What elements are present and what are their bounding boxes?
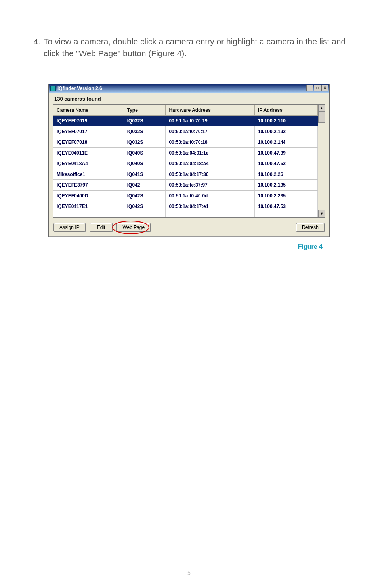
- cell-hw: 00:50:1a:f0:40:0d: [166, 190, 255, 201]
- cell-hw: 00:50:1a:fe:37:97: [166, 179, 255, 190]
- cell-hw: 00:50:1a:04:17:36: [166, 169, 255, 179]
- cell-type: IQ041S: [124, 169, 166, 179]
- button-row: Assign IP Edit Web Page Refresh: [49, 221, 329, 237]
- table-row[interactable]: IQEYE0418A4IQ040S00:50:1a:04:18:a410.100…: [53, 158, 318, 169]
- edit-button[interactable]: Edit: [90, 223, 113, 232]
- page-number: 5: [0, 570, 378, 576]
- cell-ip: 10.100.47.52: [254, 158, 318, 169]
- col-type[interactable]: Type: [124, 105, 166, 115]
- title-bar[interactable]: IQfinder Version 2.6 _ □ ×: [49, 84, 329, 93]
- cell-type: IQ042S: [124, 190, 166, 201]
- cell-ip: 10.100.47.53: [254, 201, 318, 212]
- cell-type: IQ032S: [124, 115, 166, 126]
- cell-ip: 10.100.2.235: [254, 190, 318, 201]
- cell-ip: [254, 212, 318, 217]
- cell-name: IQEYEF07018: [53, 137, 124, 147]
- cell-name: Mikesoffice1: [53, 169, 124, 179]
- camera-table[interactable]: Camera Name Type Hardware Address IP Add…: [53, 105, 318, 218]
- cell-hw: 00:50:1a:04:18:a4: [166, 158, 255, 169]
- cell-ip: 10.100.47.39: [254, 147, 318, 158]
- cell-hw: 00:50:1a:f0:70:19: [166, 115, 255, 126]
- cell-hw: 00:50:1a:04:17:e1: [166, 201, 255, 212]
- cell-name: IQEYE0417E1: [53, 201, 124, 212]
- vertical-scrollbar[interactable]: ▲ ▼: [318, 105, 325, 218]
- cell-hw: 00:50:1a:04:01:1e: [166, 147, 255, 158]
- cell-type: IQ032S: [124, 126, 166, 137]
- table-row[interactable]: IQEYEF07017IQ032S00:50:1a:f0:70:1710.100…: [53, 126, 318, 137]
- scroll-down-button[interactable]: ▼: [318, 210, 325, 217]
- cell-name: IQEYE0418A4: [53, 158, 124, 169]
- scroll-up-button[interactable]: ▲: [318, 105, 325, 112]
- table-row[interactable]: IQEYEFE3797IQ04200:50:1a:fe:37:9710.100.…: [53, 179, 318, 190]
- cell-type: IQ042S: [124, 201, 166, 212]
- cell-ip: 10.100.2.110: [254, 115, 318, 126]
- app-icon: [50, 86, 56, 91]
- table-row[interactable]: IQEYEF07019IQ032S00:50:1a:f0:70:1910.100…: [53, 115, 318, 126]
- cell-name: IQEYEF07019: [53, 115, 124, 126]
- refresh-button[interactable]: Refresh: [296, 223, 325, 232]
- table-row[interactable]: IQEYE04011EIQ040S00:50:1a:04:01:1e10.100…: [53, 147, 318, 158]
- cell-name: [53, 212, 124, 217]
- cell-type: IQ042: [124, 179, 166, 190]
- cell-ip: 10.100.2.135: [254, 179, 318, 190]
- table-row-partial: [53, 212, 318, 217]
- figure-caption: Figure 4: [48, 243, 330, 250]
- cell-name: IQEYEF0400D: [53, 190, 124, 201]
- table-row[interactable]: IQEYEF0400DIQ042S00:50:1a:f0:40:0d10.100…: [53, 190, 318, 201]
- table-row[interactable]: IQEYE0417E1IQ042S00:50:1a:04:17:e110.100…: [53, 201, 318, 212]
- web-page-button[interactable]: Web Page: [116, 223, 151, 232]
- cell-ip: 10.100.2.144: [254, 137, 318, 147]
- cell-type: IQ040S: [124, 158, 166, 169]
- instruction-number: 4.: [32, 36, 44, 60]
- cell-type: IQ032S: [124, 137, 166, 147]
- close-button[interactable]: ×: [321, 85, 328, 91]
- col-camera-name[interactable]: Camera Name: [53, 105, 124, 115]
- cell-hw: 00:50:1a:f0:70:18: [166, 137, 255, 147]
- cell-ip: 10.100.2.192: [254, 126, 318, 137]
- cell-type: IQ040S: [124, 147, 166, 158]
- table-row[interactable]: Mikesoffice1IQ041S00:50:1a:04:17:3610.10…: [53, 169, 318, 179]
- minimize-button[interactable]: _: [306, 85, 313, 91]
- cell-name: IQEYE04011E: [53, 147, 124, 158]
- status-label: 130 cameras found: [49, 93, 329, 104]
- cell-name: IQEYEFE3797: [53, 179, 124, 190]
- scroll-track[interactable]: [318, 123, 325, 210]
- app-window: IQfinder Version 2.6 _ □ × 130 cameras f…: [48, 84, 330, 237]
- cell-ip: 10.100.2.26: [254, 169, 318, 179]
- table-row[interactable]: IQEYEF07018IQ032S00:50:1a:f0:70:1810.100…: [53, 137, 318, 147]
- col-hardware-address[interactable]: Hardware Address: [166, 105, 255, 115]
- cell-hw: [166, 212, 255, 217]
- instruction-step: 4. To view a camera, double click a came…: [32, 36, 346, 60]
- cell-hw: 00:50:1a:f0:70:17: [166, 126, 255, 137]
- assign-ip-button[interactable]: Assign IP: [53, 223, 86, 232]
- maximize-button[interactable]: □: [314, 85, 321, 91]
- cell-name: IQEYEF07017: [53, 126, 124, 137]
- instruction-text: To view a camera, double click a camera …: [44, 36, 346, 60]
- scroll-thumb[interactable]: [318, 112, 325, 123]
- cell-type: [124, 212, 166, 217]
- window-title: IQfinder Version 2.6: [57, 86, 102, 91]
- col-ip-address[interactable]: IP Address: [254, 105, 318, 115]
- camera-table-container: Camera Name Type Hardware Address IP Add…: [53, 104, 325, 218]
